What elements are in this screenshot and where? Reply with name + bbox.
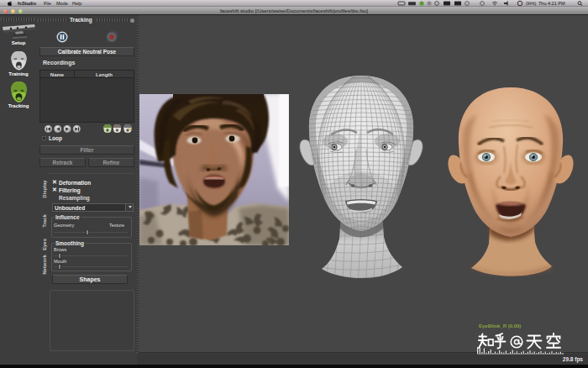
svg-text:(94%): (94%) — [526, 2, 537, 6]
